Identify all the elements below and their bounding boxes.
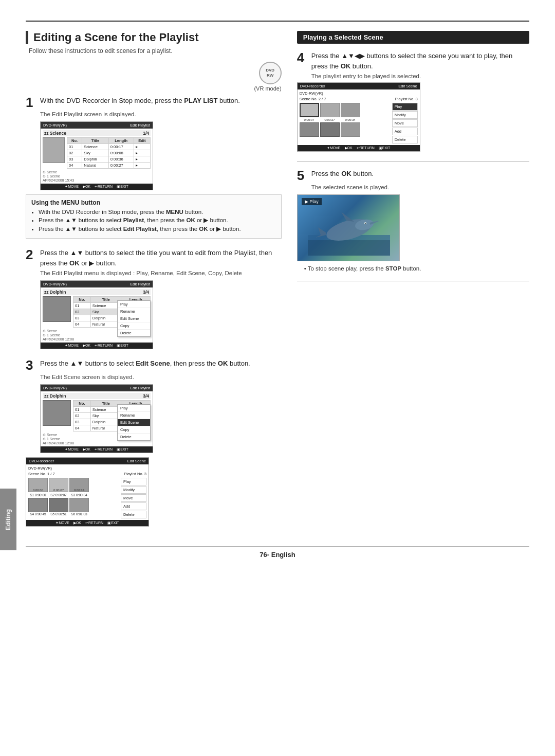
- menu-item-3: Press the ▲▼ buttons to select Edit Play…: [39, 225, 276, 232]
- step-2: 2 Press the ▲▼ buttons to select the tit…: [26, 248, 282, 349]
- right-column: Playing a Selected Scene 4 Press the ▲▼◀…: [297, 31, 529, 536]
- section-header: Playing a Selected Scene: [297, 31, 529, 44]
- right-rule-2: [297, 281, 529, 281]
- menu-item-2: Press the ▲▼ buttons to select Playlist,…: [39, 217, 276, 224]
- step-5-text: Press the OK button.: [311, 169, 529, 179]
- screen-1-title: zz Science 1/4: [43, 130, 151, 136]
- vr-mode-label: (VR mode): [254, 85, 281, 92]
- vr-mode-icon: DVDRW: [259, 62, 282, 84]
- scene-side-menu: Play Modify Move Add Delete: [121, 478, 146, 518]
- svg-rect-1: [308, 240, 390, 256]
- step-5: 5 Press the OK button. The selected scen…: [297, 169, 529, 272]
- context-menu-2: Play Rename Edit Scene Copy Delete: [117, 300, 151, 337]
- left-column: Editing a Scene for the Playlist Follow …: [26, 31, 282, 536]
- step-2-header: 2 Press the ▲▼ buttons to select the tit…: [26, 248, 282, 268]
- step-1-text: With the DVD Recorder in Stop mode, pres…: [40, 96, 282, 106]
- screen-1-table: No.TitleLengthEdit 01Science0:00:17▸ 02S…: [67, 137, 151, 169]
- page-subtitle: Follow these instructions to edit scenes…: [26, 47, 282, 55]
- scene-thumbnails-row1: 0:00:00 0:00:07 0:00:34: [28, 478, 119, 492]
- step-5-header: 5 Press the OK button.: [297, 169, 529, 182]
- step-4-desc: The playlist entry to be played is selec…: [311, 73, 529, 79]
- screen-1-content: No.TitleLengthEdit 01Science0:00:17▸ 02S…: [43, 137, 151, 169]
- bottom-bar: 76- English: [26, 546, 529, 559]
- screen-1-header: DVD-RW(VR) Edit Playlist: [41, 122, 153, 129]
- stop-note: To stop scene play, press the STOP butto…: [304, 265, 529, 272]
- step-1-desc: The Edit Playlist screen is displayed.: [40, 111, 282, 117]
- page-container: Editing Editing a Scene for the Playlist…: [0, 0, 555, 756]
- step-2-desc: The Edit Playlist menu is displayed : Pl…: [40, 270, 282, 276]
- step-4-header: 4 Press the ▲▼◀▶ buttons to select the s…: [297, 51, 529, 71]
- svg-point-5: [365, 223, 366, 224]
- step-4-text: Press the ▲▼◀▶ buttons to select the sce…: [311, 51, 529, 71]
- edit-scene-screen-4: DVD-Recorder Edit Scene DVD-RW(VR) Scene…: [297, 82, 420, 152]
- edit-scene-highlighted: Edit Scene: [118, 419, 150, 426]
- screen-1-nav: ✦MOVE ▶OK ↩RETURN ▣EXIT: [41, 184, 153, 190]
- screen-mockup-2: DVD-RW(VR) Edit Playlist zz Dolphin 3/4: [40, 280, 153, 349]
- edit-scene-screen-3: DVD-Recorder Edit Scene DVD-RW(VR) Scene…: [26, 457, 149, 527]
- screen-1-body: zz Science 1/4 No.TitleLengthEdit 01Scie…: [41, 129, 153, 184]
- scene-thumbnails-row2: [28, 498, 119, 512]
- side-tab: Editing: [0, 489, 16, 550]
- menu-subsection-title: Using the MENU button: [31, 199, 276, 206]
- top-rule: [26, 21, 529, 22]
- screen-2-body: zz Dolphin 3/4 No.TitleLength 01Science0…: [41, 287, 153, 343]
- screen-1-header-left: DVD-RW(VR): [43, 123, 67, 128]
- step-3-text: Press the ▲▼ buttons to select Edit Scen…: [40, 358, 282, 369]
- vr-mode-area: DVDRW (VR mode): [26, 62, 282, 92]
- page-title: Editing a Scene for the Playlist: [26, 31, 282, 44]
- screen-2-header: DVD-RW(VR) Edit Playlist: [41, 281, 153, 287]
- step-4: 4 Press the ▲▼◀▶ buttons to select the s…: [297, 51, 529, 152]
- step-2-number: 2: [26, 248, 36, 261]
- step-4-number: 4: [297, 51, 307, 64]
- screen-2-thumb: [43, 296, 71, 322]
- menu-item-1: With the DVD Recorder in Stop mode, pres…: [39, 209, 276, 215]
- step-2-text: Press the ▲▼ buttons to select the title…: [40, 248, 282, 268]
- step-5-number: 5: [297, 169, 307, 182]
- step-5-desc: The selected scene is played.: [311, 184, 529, 190]
- dolphin-svg: [308, 209, 390, 256]
- step-3-number: 3: [26, 358, 36, 372]
- context-menu-3: Play Rename Edit Scene Copy Delete: [117, 404, 151, 441]
- step-1-header: 1 With the DVD Recorder in Stop mode, pr…: [26, 96, 282, 109]
- screen-1-info: ⊙ Scene ⊙ 1 Scene APR/24/2008 15:43: [43, 170, 151, 182]
- step-3-header: 3 Press the ▲▼ buttons to select Edit Sc…: [26, 358, 282, 372]
- screen-1-header-right: Edit Playlist: [130, 123, 150, 128]
- screen-1-thumb: [43, 137, 65, 163]
- menu-subsection: Using the MENU button With the DVD Recor…: [26, 194, 282, 239]
- step-3-desc: The Edit Scene screen is displayed.: [40, 374, 282, 380]
- step-1: 1 With the DVD Recorder in Stop mode, pr…: [26, 96, 282, 239]
- menu-subsection-list: With the DVD Recorder in Stop mode, pres…: [31, 209, 276, 232]
- step4-side-menu: Play Modify Move Add Delete: [392, 103, 418, 143]
- two-col-layout: Editing a Scene for the Playlist Follow …: [26, 31, 529, 536]
- page-number: 76- English: [260, 551, 295, 559]
- step-1-bold: PLAY LIST: [184, 97, 217, 104]
- step-1-number: 1: [26, 96, 36, 109]
- step-3: 3 Press the ▲▼ buttons to select Edit Sc…: [26, 358, 282, 527]
- screen-mockup-3: DVD-RW(VR) Edit Playlist zz Dolphin 3/4: [40, 384, 153, 453]
- screen-mockup-1: DVD-RW(VR) Edit Playlist zz Science 1/4 …: [40, 121, 153, 190]
- vr-icon-text: DVDRW: [266, 68, 274, 78]
- side-tab-label: Editing: [5, 509, 12, 530]
- right-rule-1: [297, 161, 529, 161]
- dolphin-play-image: [297, 194, 400, 261]
